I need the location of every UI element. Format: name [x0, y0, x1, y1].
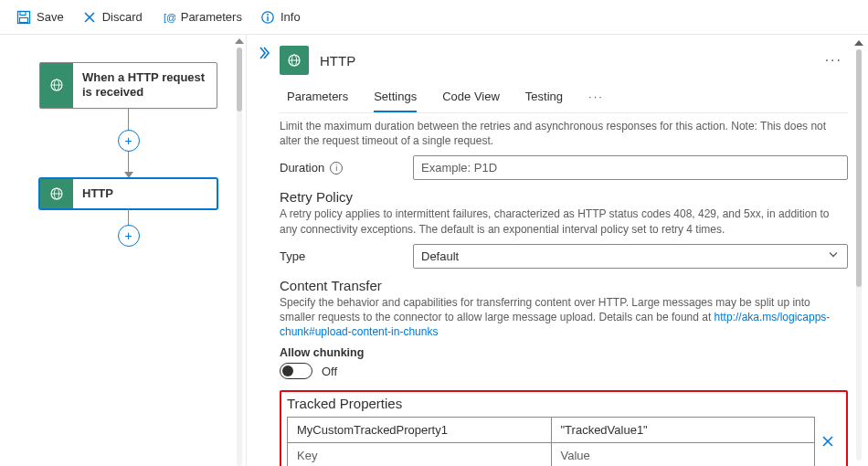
action-icon — [40, 179, 73, 208]
tracked-row-new: Key Value — [288, 442, 814, 466]
retry-type-label: Type — [280, 249, 408, 263]
tab-overflow-button[interactable]: ··· — [588, 84, 604, 112]
settings-panel: HTTP ··· Parameters Settings Code View T… — [247, 35, 868, 466]
svg-point-7 — [267, 14, 269, 16]
tracked-value-input[interactable]: "TrackedValue1" — [551, 418, 815, 442]
tracked-value-input[interactable]: Value — [551, 443, 815, 466]
save-icon — [16, 10, 31, 25]
tracked-properties-section: Tracked Properties MyCustomTrackedProper… — [280, 390, 848, 466]
retry-title: Retry Policy — [280, 189, 848, 205]
add-step-button[interactable]: + — [118, 225, 140, 247]
connector-line — [128, 109, 129, 131]
duration-input[interactable] — [413, 155, 848, 180]
chunk-toggle[interactable] — [280, 363, 312, 379]
action-label: HTTP — [73, 179, 217, 208]
retry-help: A retry policy applies to intermittent f… — [280, 207, 848, 236]
scroll-up-icon — [854, 40, 863, 46]
trigger-label: When a HTTP request is received — [73, 63, 217, 108]
tracked-title: Tracked Properties — [287, 396, 841, 411]
add-step-button[interactable]: + — [118, 130, 140, 152]
discard-label: Discard — [102, 10, 143, 24]
scroll-up-icon — [235, 38, 244, 44]
action-node-http[interactable]: HTTP — [39, 178, 217, 209]
save-label: Save — [37, 10, 64, 24]
svg-rect-8 — [267, 16, 268, 21]
parameters-label: Parameters — [181, 10, 242, 24]
arrow-tip-icon — [124, 172, 133, 178]
tracked-delete-button[interactable] — [815, 413, 841, 466]
panel-scrollbar[interactable] — [853, 40, 864, 461]
panel-action-icon — [280, 46, 309, 75]
tab-parameters[interactable]: Parameters — [287, 84, 348, 112]
chunk-label: Allow chunking — [280, 346, 848, 359]
tracked-row: MyCustomTrackedProperty1 "TrackedValue1" — [288, 418, 814, 442]
svg-rect-2 — [20, 17, 28, 22]
svg-text:[@]: [@] — [164, 12, 175, 23]
chunk-state: Off — [322, 365, 337, 378]
trigger-icon — [40, 63, 73, 108]
save-button[interactable]: Save — [9, 6, 71, 28]
retry-type-select[interactable] — [413, 244, 848, 269]
connector-line — [128, 209, 129, 226]
workflow-canvas[interactable]: When a HTTP request is received + HTTP + — [0, 35, 247, 466]
duration-label: Duration i — [280, 161, 408, 175]
parameters-button[interactable]: [@] Parameters — [153, 6, 249, 28]
info-icon[interactable]: i — [330, 162, 343, 175]
tracked-key-input[interactable]: MyCustomTrackedProperty1 — [288, 418, 551, 442]
content-title: Content Transfer — [280, 278, 848, 293]
discard-icon — [82, 10, 97, 25]
parameters-icon: [@] — [161, 10, 175, 25]
connector-line — [128, 151, 129, 173]
info-icon — [260, 10, 275, 25]
panel-tabs: Parameters Settings Code View Testing ··… — [280, 84, 848, 113]
discard-button[interactable]: Discard — [75, 6, 150, 28]
tab-settings[interactable]: Settings — [374, 84, 417, 112]
tracked-key-input[interactable]: Key — [288, 443, 551, 466]
expand-panel-button[interactable] — [256, 46, 270, 64]
trigger-node[interactable]: When a HTTP request is received — [39, 62, 217, 109]
info-button[interactable]: Info — [253, 6, 308, 28]
panel-more-button[interactable]: ··· — [825, 52, 848, 69]
info-label: Info — [281, 10, 301, 24]
top-toolbar: Save Discard [@] Parameters Info — [0, 0, 868, 35]
tab-code-view[interactable]: Code View — [442, 84, 500, 112]
duration-help: Limit the maximum duration between the r… — [280, 119, 848, 148]
canvas-scrollbar[interactable] — [233, 35, 246, 466]
panel-title: HTTP — [320, 53, 355, 69]
tab-testing[interactable]: Testing — [525, 84, 563, 112]
content-help: Specify the behavior and capabilities fo… — [280, 295, 848, 340]
